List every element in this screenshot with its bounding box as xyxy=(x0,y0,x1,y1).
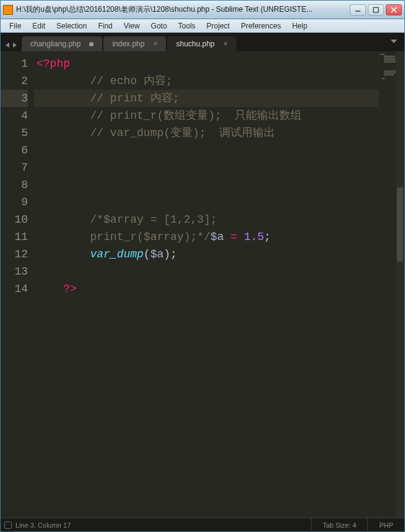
svg-marker-5 xyxy=(13,43,17,48)
app-icon xyxy=(3,5,13,15)
svg-marker-4 xyxy=(6,43,9,48)
tabbar: changliang.php index.php × shuchu.php × xyxy=(1,33,404,51)
code-line-5: // var_dump(变量); 调试用输出 xyxy=(37,124,378,142)
minimap[interactable] xyxy=(378,51,404,518)
titlebar: H:\我的u盘\php\总结\20161208\老师演示\1208\shuchu… xyxy=(1,1,404,19)
code-line-3: // print 内容; xyxy=(34,90,378,107)
svg-rect-1 xyxy=(373,7,378,12)
code-line-7 xyxy=(37,159,378,176)
cursor-position[interactable]: Line 3, Column 17 xyxy=(15,521,71,529)
tab-close-icon[interactable]: × xyxy=(224,40,228,48)
code-line-11: print_r($array);*/$a = 1.5; xyxy=(37,228,378,246)
lineno: 1 xyxy=(1,55,28,72)
tab-size[interactable]: Tab Size: 4 xyxy=(311,518,367,532)
lineno: 11 xyxy=(1,228,28,246)
arrow-right-icon xyxy=(12,43,17,48)
tab-label: shuchu.php xyxy=(176,40,214,48)
menu-project[interactable]: Project xyxy=(202,20,235,32)
dirty-indicator-icon xyxy=(89,42,94,46)
chevron-down-icon xyxy=(391,38,397,45)
maximize-icon xyxy=(373,7,379,13)
menu-find[interactable]: Find xyxy=(93,20,117,32)
lineno: 13 xyxy=(1,263,28,280)
window-buttons xyxy=(350,4,402,15)
tab-close-icon[interactable]: × xyxy=(153,40,157,48)
menu-goto[interactable]: Goto xyxy=(146,20,172,32)
tab-index[interactable]: index.php × xyxy=(103,36,166,51)
language-mode[interactable]: PHP xyxy=(367,518,404,532)
minimize-icon xyxy=(355,7,361,13)
menu-file[interactable]: File xyxy=(4,20,26,32)
arrow-left-icon xyxy=(6,43,11,48)
code-line-4: // print_r(数组变量); 只能输出数组 xyxy=(37,107,378,124)
tab-shuchu[interactable]: shuchu.php × xyxy=(167,36,236,51)
lineno: 5 xyxy=(1,124,28,142)
status-right: Tab Size: 4 PHP xyxy=(311,518,404,532)
code-line-1: <?php xyxy=(37,55,378,72)
code-line-12: var_dump($a); xyxy=(37,246,378,263)
lineno: 2 xyxy=(1,72,28,90)
tab-label: index.php xyxy=(112,40,144,48)
code-line-10: /*$array = [1,2,3]; xyxy=(37,211,378,228)
code-line-8 xyxy=(37,176,378,194)
code-line-14: ?> xyxy=(37,280,378,298)
statusbar: Line 3, Column 17 Tab Size: 4 PHP xyxy=(1,518,404,531)
status-left: Line 3, Column 17 xyxy=(1,521,74,529)
lineno: 9 xyxy=(1,194,28,211)
menu-view[interactable]: View xyxy=(119,20,145,32)
tab-label: changliang.php xyxy=(30,40,81,48)
code-area[interactable]: <?php // echo 内容; // print 内容; // print_… xyxy=(37,51,378,518)
menu-edit[interactable]: Edit xyxy=(27,20,50,32)
maximize-button[interactable] xyxy=(368,4,384,15)
svg-marker-6 xyxy=(391,40,397,43)
window-title: H:\我的u盘\php\总结\20161208\老师演示\1208\shuchu… xyxy=(16,4,350,15)
close-icon xyxy=(391,7,397,13)
code-line-13 xyxy=(37,263,378,280)
menu-help[interactable]: Help xyxy=(287,20,313,32)
lineno: 7 xyxy=(1,159,28,176)
tab-dropdown[interactable] xyxy=(391,36,402,51)
menubar: File Edit Selection Find View Goto Tools… xyxy=(1,19,404,33)
minimize-button[interactable] xyxy=(350,4,366,15)
gutter: 1 2 3 4 5 6 7 8 9 10 11 12 13 14 xyxy=(1,51,37,518)
editor[interactable]: 1 2 3 4 5 6 7 8 9 10 11 12 13 14 <?php /… xyxy=(1,51,404,518)
lineno: 8 xyxy=(1,176,28,194)
lineno: 3 xyxy=(1,90,28,107)
vertical-scrollbar[interactable] xyxy=(396,51,404,518)
tab-changliang[interactable]: changliang.php xyxy=(22,36,102,51)
tab-nav-arrows[interactable] xyxy=(3,43,22,51)
lineno: 14 xyxy=(1,280,28,298)
code-line-6 xyxy=(37,142,378,159)
lineno: 4 xyxy=(1,107,28,124)
close-button[interactable] xyxy=(386,4,402,15)
scroll-thumb[interactable] xyxy=(397,187,403,262)
lineno: 10 xyxy=(1,211,28,228)
lineno: 6 xyxy=(1,142,28,159)
menu-selection[interactable]: Selection xyxy=(51,20,92,32)
menu-preferences[interactable]: Preferences xyxy=(236,20,286,32)
panel-toggle-icon[interactable] xyxy=(4,521,12,529)
menu-tools[interactable]: Tools xyxy=(173,20,201,32)
lineno: 12 xyxy=(1,246,28,263)
code-line-9 xyxy=(37,194,378,211)
code-line-2: // echo 内容; xyxy=(37,72,378,90)
